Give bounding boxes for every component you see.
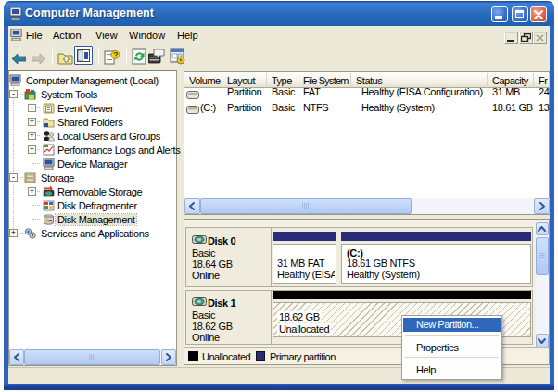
svg-text:?: ? xyxy=(113,50,118,59)
